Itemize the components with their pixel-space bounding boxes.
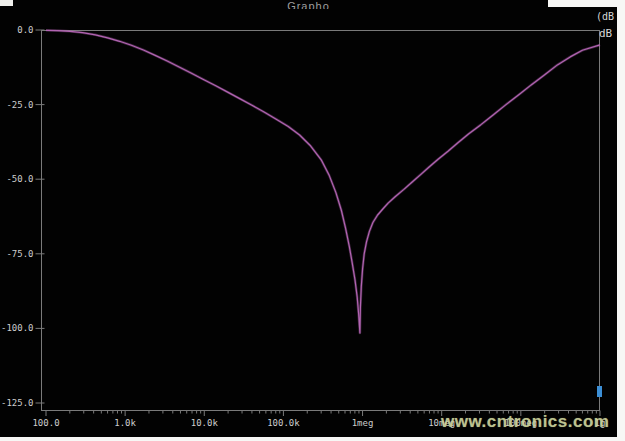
page-margin-right — [617, 0, 625, 441]
response-curve — [46, 30, 600, 333]
y-tick-label: 0.0 — [17, 25, 33, 35]
resize-handle[interactable] — [597, 386, 602, 397]
x-tick-label: 10.0k — [191, 418, 219, 428]
y-tick-label: -25.0 — [6, 100, 33, 110]
y-tick-label: -75.0 — [6, 249, 33, 259]
y-tick-label: -50.0 — [6, 174, 33, 184]
y-axis-unit-label: (dB — [596, 11, 614, 22]
x-tick-label: 100.0 — [32, 418, 59, 428]
bode-plot[interactable]: 0.0-25.0-50.0-75.0-100.0-125.0100.01.0k1… — [0, 0, 617, 437]
page-margin-top-right — [548, 0, 625, 7]
graph-panel: Grapho (dB dB 0.0-25.0-50.0-75.0-100.0-1… — [0, 0, 617, 437]
x-tick-label: 1.0k — [114, 418, 136, 428]
page-margin-bottom — [0, 437, 625, 441]
window-title: Grapho — [287, 0, 330, 9]
response-curve-glow — [46, 30, 600, 333]
y-tick-label: -125.0 — [1, 398, 34, 408]
page-margin-top-left — [0, 0, 13, 6]
page-frame: Grapho (dB dB 0.0-25.0-50.0-75.0-100.0-1… — [0, 0, 625, 441]
window-titlebar: Grapho — [0, 0, 617, 9]
watermark: www.cntronics.com — [441, 412, 609, 432]
plot-border — [42, 31, 600, 411]
x-tick-label: 100.0k — [267, 418, 300, 428]
y-tick-label: -100.0 — [1, 323, 34, 333]
x-tick-label: 1meg — [352, 418, 374, 428]
trace-legend-label: dB — [599, 27, 612, 40]
